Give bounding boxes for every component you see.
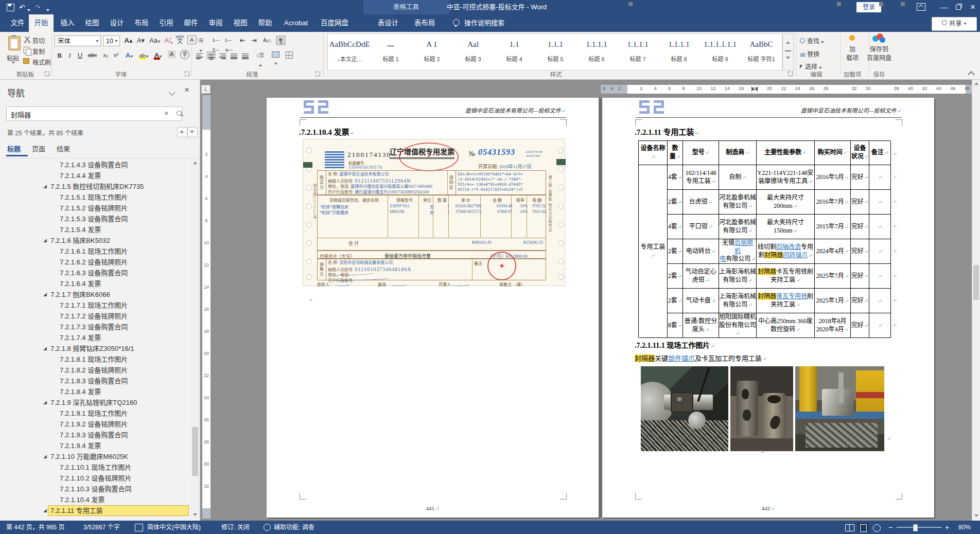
justify-icon[interactable] bbox=[231, 52, 237, 58]
table-cell[interactable]: 线切割四轴改造专用割封隔器回转锚爪↵ bbox=[757, 239, 815, 264]
vertical-scrollbar[interactable] bbox=[972, 80, 980, 521]
ribbon-tab-引用[interactable]: 引用 bbox=[155, 14, 177, 32]
text-effects-icon[interactable]: A bbox=[125, 50, 134, 60]
table-group-cell[interactable]: 专用工装↵ bbox=[639, 165, 668, 338]
style-gallery-item[interactable]: 1.1.1.1标题 7 bbox=[617, 34, 658, 70]
scroll-up-icon[interactable] bbox=[193, 162, 197, 164]
paste-button[interactable]: 粘贴 bbox=[7, 54, 19, 62]
nav-tree-item[interactable]: 7.2.1.6.1 现场工作图片 bbox=[0, 246, 190, 257]
ribbon-tab-插入[interactable]: 插入 bbox=[57, 14, 78, 32]
style-gallery-item[interactable]: 1.1.1.1标题 8 bbox=[658, 34, 699, 70]
nav-tree-item[interactable]: 7.2.1.4.4 发票 bbox=[0, 170, 190, 181]
table-cell[interactable]: 封隔器锥瓦专用铣削夹持工装↵ bbox=[757, 289, 815, 313]
nav-search-magnifier-icon[interactable] bbox=[177, 111, 182, 116]
scroll-down-icon[interactable] bbox=[193, 513, 197, 516]
align-right-icon[interactable] bbox=[219, 52, 226, 58]
vertical-ruler[interactable]: 2468101214161820222426283032 bbox=[202, 95, 211, 519]
table-cell[interactable]: 2025年1月↵ bbox=[815, 289, 851, 313]
nav-tree-item[interactable]: 7.2.1.5.2 设备铭牌照片 bbox=[0, 203, 190, 213]
minimize-button[interactable]: — bbox=[937, 0, 951, 14]
baidu-netdisk-icon[interactable] bbox=[872, 33, 886, 43]
table-remark-cell[interactable]: ↵ bbox=[869, 264, 891, 289]
decrease-indent-icon[interactable]: ⇤ bbox=[238, 35, 248, 45]
nav-tree-item[interactable]: 7.2.1.8.1 现场工作图片 bbox=[0, 354, 190, 365]
read-mode-button[interactable] bbox=[844, 523, 855, 532]
scrollbar-thumb[interactable] bbox=[973, 265, 979, 300]
work-photo-parts[interactable] bbox=[730, 366, 793, 451]
underline-icon[interactable]: U bbox=[75, 50, 85, 60]
scroll-down-icon[interactable] bbox=[974, 514, 978, 517]
superscript-icon[interactable]: x² bbox=[111, 50, 121, 60]
nav-tree-item[interactable]: 7.2.1.8.3 设备购置合同 bbox=[0, 376, 190, 386]
proofing-icon[interactable] bbox=[135, 524, 143, 531]
nav-tree-item[interactable]: 7.2.1.8 摇臂钻床Z3050*16/1 bbox=[0, 343, 190, 354]
nav-tree-item[interactable]: 7.2.1.7.4 发票 bbox=[0, 332, 190, 343]
close-button[interactable]: × bbox=[966, 0, 980, 14]
special-tooling-table[interactable]: 设备名称↵数量↵型号↵制造商↵主要性能参数↵购买时间↵设备状况↵备注↵专用工装↵… bbox=[638, 140, 890, 337]
ribbon-tab-Acrobat[interactable]: Acrobat bbox=[279, 14, 313, 32]
nav-tree-item[interactable]: 7.2.1.9 深孔钻镗机床TQ2160 bbox=[0, 397, 190, 408]
cut-button[interactable]: 剪切 bbox=[32, 36, 45, 45]
nav-tree-item[interactable]: 7.2.1.7.3 设备购置合同 bbox=[0, 322, 190, 332]
table-header-cell[interactable]: 数量↵ bbox=[668, 141, 683, 165]
table-cell[interactable]: 普通/数控分度头↵ bbox=[683, 313, 719, 338]
zoom-slider-thumb[interactable] bbox=[913, 524, 918, 531]
style-gallery-item[interactable]: 一标题 1 bbox=[370, 34, 411, 70]
clear-format-icon[interactable]: A⤹ bbox=[164, 35, 173, 45]
table-cell[interactable]: 2套↵ bbox=[668, 264, 683, 289]
nav-tree-item[interactable]: 7.2.1.10.1 现场工作图片 bbox=[0, 462, 190, 473]
nav-tree-item[interactable]: 7.2.1.9.2 设备铭牌照片 bbox=[0, 419, 190, 430]
table-cell[interactable]: 台虎钳↵ bbox=[683, 190, 719, 215]
table-cell[interactable]: 2套↵ bbox=[668, 239, 683, 264]
subscript-icon[interactable]: x₂ bbox=[101, 50, 111, 60]
borders-icon[interactable] bbox=[284, 50, 294, 60]
nav-tree-item[interactable]: 7.2.1.8.2 设备铭牌照片 bbox=[0, 365, 190, 376]
nav-tree-item[interactable]: 7.2.1.5 数控线切割机床DK7735 bbox=[0, 181, 190, 192]
table-header-cell[interactable]: 型号↵ bbox=[683, 141, 719, 165]
tell-me-search[interactable]: 操作说明搜索 bbox=[464, 14, 504, 32]
expand-triangle-icon[interactable] bbox=[43, 509, 47, 512]
ribbon-tab-百度网盘[interactable]: 百度网盘 bbox=[316, 14, 353, 32]
nav-tree-item[interactable]: 7.2.1.6.3 设备购置合同 bbox=[0, 268, 190, 278]
table-cell[interactable]: 平口钳↵ bbox=[683, 215, 719, 239]
table-header-cell[interactable]: 购买时间↵ bbox=[815, 141, 851, 165]
save-to-netdisk-button[interactable]: 保存到百度网盘 bbox=[867, 44, 891, 62]
table-cell[interactable]: 4套↵ bbox=[668, 165, 683, 190]
nav-tree-item[interactable]: 7.2.1.7.1 现场工作图片 bbox=[0, 300, 190, 311]
ribbon-tab-绘图[interactable]: 绘图 bbox=[81, 14, 103, 32]
qat-customize-icon[interactable] bbox=[45, 5, 50, 14]
print-layout-button[interactable] bbox=[857, 523, 869, 532]
format-painter-icon[interactable] bbox=[23, 58, 29, 64]
redo-icon[interactable]: ↷ bbox=[33, 3, 42, 12]
ruler-drag-marker[interactable] bbox=[751, 86, 758, 92]
distribute-icon[interactable] bbox=[242, 52, 249, 58]
table-cell[interactable]: 完好↵ bbox=[851, 239, 869, 264]
nav-tree-item[interactable]: 7.2.1.5.1 现场工作图片 bbox=[0, 192, 190, 203]
nav-pane-chevron-icon[interactable] bbox=[169, 89, 176, 96]
ribbon-tab-文件[interactable]: 文件 bbox=[6, 14, 29, 32]
zoom-out-button[interactable]: − bbox=[888, 521, 893, 534]
nav-tab-results[interactable]: 结果 bbox=[57, 144, 70, 153]
table-header-cell[interactable]: 备注↵ bbox=[869, 141, 891, 165]
table-cell[interactable]: 河北盈泰机械有限公司↵ bbox=[719, 215, 757, 239]
page-indicator[interactable]: 第 442 页，共 965 页 bbox=[6, 521, 64, 534]
zoom-in-button[interactable]: + bbox=[945, 521, 949, 534]
align-center-icon[interactable] bbox=[207, 51, 216, 59]
expand-triangle-icon[interactable] bbox=[43, 293, 47, 296]
style-gallery-item[interactable]: 1.1.1标题 5 bbox=[535, 34, 576, 70]
nav-tree-item[interactable]: 7.2.1.4.3 设备购置合同 bbox=[0, 159, 190, 170]
line-spacing-icon[interactable]: ↕☰ bbox=[255, 50, 265, 60]
table-cell[interactable]: 无锡百丽顺机电有限公司↵ bbox=[719, 239, 757, 264]
replace-button[interactable]: ab替换 bbox=[800, 49, 819, 58]
cut-icon[interactable] bbox=[24, 36, 31, 43]
login-button[interactable]: 登录 bbox=[856, 2, 881, 12]
table-cell[interactable]: 电动转台↵ bbox=[683, 239, 719, 264]
collapse-ribbon-icon[interactable] bbox=[968, 71, 975, 78]
nav-tab-headings[interactable]: 标题 bbox=[7, 144, 21, 153]
char-shading-icon[interactable]: A bbox=[168, 50, 176, 58]
zoom-level[interactable]: 80% bbox=[958, 521, 971, 534]
enclose-char-icon[interactable]: 字 bbox=[180, 50, 189, 59]
table-cell[interactable]: 自制↵ bbox=[719, 165, 757, 190]
nav-tree-item[interactable]: 7.2.1.10.4 发票 bbox=[0, 494, 190, 505]
nav-tree-item[interactable]: 7.2.1.6.2 设备铭牌照片 bbox=[0, 257, 190, 268]
